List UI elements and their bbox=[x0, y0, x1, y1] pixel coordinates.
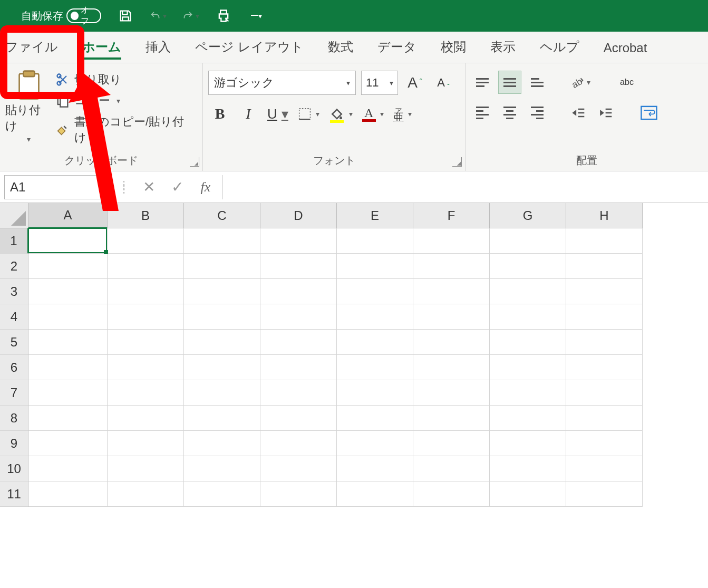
align-right-button[interactable] bbox=[526, 101, 549, 124]
autosave-control[interactable]: 自動保存 オフ bbox=[21, 8, 101, 23]
align-top-button[interactable] bbox=[471, 71, 494, 94]
cell-A6[interactable] bbox=[28, 355, 108, 380]
font-color-dropdown-icon[interactable]: ▾ bbox=[380, 110, 384, 118]
cell-G5[interactable] bbox=[490, 330, 566, 355]
autosave-toggle[interactable]: オフ bbox=[66, 8, 101, 23]
cell-A4[interactable] bbox=[28, 304, 108, 330]
cell-G7[interactable] bbox=[490, 380, 566, 406]
redo-dropdown-icon[interactable]: ▾ bbox=[196, 12, 199, 20]
cell-A2[interactable] bbox=[28, 254, 108, 279]
cell-E8[interactable] bbox=[337, 406, 413, 431]
cell-H4[interactable] bbox=[566, 304, 643, 330]
cell-B3[interactable] bbox=[108, 279, 184, 304]
underline-button[interactable]: U ▾ bbox=[265, 102, 290, 126]
cell-D3[interactable] bbox=[260, 279, 337, 304]
column-header-F[interactable]: F bbox=[413, 203, 490, 228]
cell-G2[interactable] bbox=[490, 254, 566, 279]
tab-acrobat[interactable]: Acrobat bbox=[602, 35, 649, 63]
cell-E2[interactable] bbox=[337, 254, 413, 279]
increase-indent-button[interactable] bbox=[595, 101, 618, 124]
column-header-C[interactable]: C bbox=[184, 203, 260, 228]
cell-F4[interactable] bbox=[413, 304, 490, 330]
row-header-2[interactable]: 2 bbox=[0, 254, 28, 279]
cell-F10[interactable] bbox=[413, 456, 490, 481]
tab-help[interactable]: ヘルプ bbox=[538, 33, 581, 63]
cell-H1[interactable] bbox=[566, 228, 643, 254]
cell-B5[interactable] bbox=[108, 330, 184, 355]
insert-function-button[interactable]: fx bbox=[194, 176, 217, 199]
cell-C8[interactable] bbox=[184, 406, 260, 431]
cell-F2[interactable] bbox=[413, 254, 490, 279]
paste-icon[interactable] bbox=[15, 70, 43, 100]
cell-F5[interactable] bbox=[413, 330, 490, 355]
tab-review[interactable]: 校閲 bbox=[439, 33, 468, 63]
formula-enter-button[interactable]: ✓ bbox=[166, 176, 189, 199]
font-color-button[interactable]: A ▾ bbox=[360, 102, 386, 126]
cell-B1[interactable] bbox=[108, 228, 184, 254]
wrap-text-button[interactable] bbox=[637, 101, 661, 124]
cell-A7[interactable] bbox=[28, 380, 108, 406]
decrease-indent-button[interactable] bbox=[568, 101, 591, 124]
tab-insert[interactable]: 挿入 bbox=[143, 33, 173, 63]
column-header-E[interactable]: E bbox=[337, 203, 413, 228]
cell-B8[interactable] bbox=[108, 406, 184, 431]
cell-A9[interactable] bbox=[28, 431, 108, 456]
row-header-9[interactable]: 9 bbox=[0, 431, 28, 456]
cell-A10[interactable] bbox=[28, 456, 108, 481]
cell-A3[interactable] bbox=[28, 279, 108, 304]
row-header-8[interactable]: 8 bbox=[0, 406, 28, 431]
find-replace-abc-button[interactable]: abc bbox=[615, 71, 638, 94]
cell-D1[interactable] bbox=[260, 228, 337, 254]
undo-dropdown-icon[interactable]: ▾ bbox=[163, 12, 167, 20]
bold-button[interactable]: B bbox=[208, 102, 231, 126]
row-header-1[interactable]: 1 bbox=[0, 228, 28, 254]
orientation-button[interactable]: ab ▾ bbox=[568, 71, 591, 94]
cell-C6[interactable] bbox=[184, 355, 260, 380]
row-header-3[interactable]: 3 bbox=[0, 279, 28, 304]
borders-dropdown-icon[interactable]: ▾ bbox=[316, 110, 319, 118]
row-header-6[interactable]: 6 bbox=[0, 355, 28, 380]
cell-E4[interactable] bbox=[337, 304, 413, 330]
fill-color-dropdown-icon[interactable]: ▾ bbox=[349, 110, 353, 118]
cell-F11[interactable] bbox=[413, 481, 490, 507]
redo-button[interactable]: ▾ bbox=[182, 7, 199, 24]
cell-E1[interactable] bbox=[337, 228, 413, 254]
cell-F1[interactable] bbox=[413, 228, 490, 254]
paste-label[interactable]: 貼り付け bbox=[5, 102, 52, 134]
formula-bar-resize-handle[interactable]: ⋮⋮ bbox=[115, 184, 132, 190]
row-header-7[interactable]: 7 bbox=[0, 380, 28, 406]
column-header-B[interactable]: B bbox=[108, 203, 184, 228]
phonetic-button[interactable]: ア 亜 ▾ bbox=[391, 102, 414, 126]
row-header-4[interactable]: 4 bbox=[0, 304, 28, 330]
cell-B9[interactable] bbox=[108, 431, 184, 456]
cell-B6[interactable] bbox=[108, 355, 184, 380]
orientation-dropdown-icon[interactable]: ▾ bbox=[587, 78, 590, 86]
cell-E10[interactable] bbox=[337, 456, 413, 481]
cell-C11[interactable] bbox=[184, 481, 260, 507]
cell-G3[interactable] bbox=[490, 279, 566, 304]
cell-E7[interactable] bbox=[337, 380, 413, 406]
cell-D7[interactable] bbox=[260, 380, 337, 406]
align-middle-button[interactable] bbox=[498, 71, 521, 94]
copy-button[interactable]: コピー ▾ bbox=[55, 93, 195, 109]
undo-button[interactable]: ▾ bbox=[150, 7, 167, 24]
select-all-corner[interactable] bbox=[0, 203, 28, 228]
tab-home[interactable]: ホーム bbox=[80, 33, 123, 63]
cell-H8[interactable] bbox=[566, 406, 643, 431]
cell-H3[interactable] bbox=[566, 279, 643, 304]
tab-data[interactable]: データ bbox=[375, 33, 419, 63]
cell-H6[interactable] bbox=[566, 355, 643, 380]
underline-dropdown-icon[interactable]: ▾ bbox=[282, 106, 288, 122]
formula-cancel-button[interactable]: ✕ bbox=[137, 176, 160, 199]
font-size-combobox[interactable]: 11 ▾ bbox=[361, 71, 398, 95]
font-size-dropdown-icon[interactable]: ▾ bbox=[390, 79, 393, 87]
tab-formulas[interactable]: 数式 bbox=[326, 33, 355, 63]
align-bottom-button[interactable] bbox=[526, 71, 549, 94]
cell-D6[interactable] bbox=[260, 355, 337, 380]
tab-file[interactable]: ファイル bbox=[3, 33, 60, 63]
formula-input[interactable] bbox=[222, 175, 708, 199]
cell-H2[interactable] bbox=[566, 254, 643, 279]
cell-B2[interactable] bbox=[108, 254, 184, 279]
cell-F6[interactable] bbox=[413, 355, 490, 380]
cell-G11[interactable] bbox=[490, 481, 566, 507]
